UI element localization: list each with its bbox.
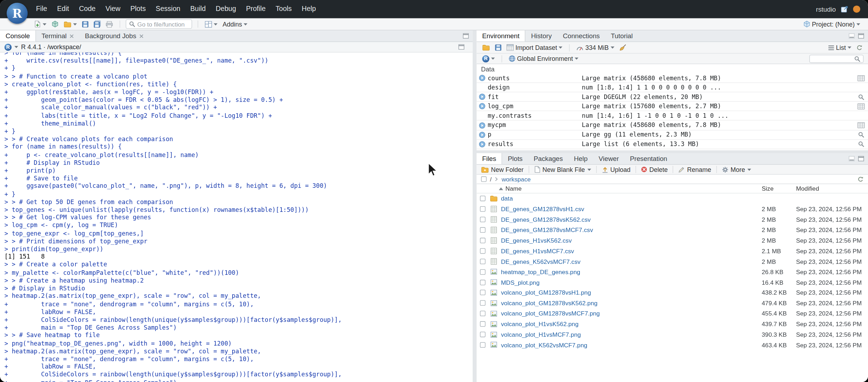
file-row-de-genes-gm12878vsk562-csv[interactable]: DE_genes_GM12878vsK562.csv2 MBSep 23, 20… [476,214,868,225]
close-tab-icon[interactable] [139,34,143,38]
file-row-de-genes-h1vsmcf7-csv[interactable]: DE_genes_H1vsMCF7.csv2.1 MBSep 23, 2024,… [476,246,868,256]
pane-splitter-horizontal[interactable] [476,150,868,153]
file-name-link[interactable]: DE_genes_H1vsK562.csv [501,237,762,244]
caret-down-icon[interactable] [15,46,18,48]
file-name-link[interactable]: volcano_plot_GM12878vsK562.png [501,300,762,307]
expand-object-icon[interactable] [479,103,486,110]
env-row-design[interactable]: designnum [1:8, 1:4] 1 1 0 0 0 0 0 0 0 0… [476,83,868,93]
file-checkbox[interactable] [480,206,486,212]
files-toolbar-new-folder[interactable]: New Folder [481,166,524,173]
file-row-mds-plot-png[interactable]: MDS_plot.png16.4 KBSep 23, 2024, 12:56 P… [476,277,868,288]
file-checkbox[interactable] [480,227,486,233]
breadcrumb-root[interactable]: / [490,176,492,183]
file-name-link[interactable]: heatmap_top_DE_genes.png [501,268,762,275]
open-file-button[interactable] [63,19,78,29]
file-row-volcano-plot-h1vsk562-png[interactable]: volcano_plot_H1vsK562.png439.7 KBSep 23,… [476,319,868,329]
expand-object-icon[interactable] [479,75,486,81]
console-tab-background-jobs[interactable]: Background Jobs [79,30,149,41]
open-in-browser-icon[interactable] [841,6,848,12]
refresh-files-icon[interactable] [857,176,863,182]
environment-tab-tutorial[interactable]: Tutorial [605,30,638,41]
goto-file-input[interactable] [137,21,189,28]
breadcrumb-workspace[interactable]: workspace [502,176,531,183]
files-tab-presentation[interactable]: Presentation [624,153,673,164]
new-file-button[interactable] [33,19,48,29]
file-name-link[interactable]: DE_genes_GM12878vsH1.csv [501,206,762,213]
list-view-button[interactable]: List [827,42,852,52]
env-row-mycpm[interactable]: mycpmLarge matrix (458680 elements, 7.8 … [476,121,868,130]
file-name-link[interactable]: volcano_plot_GM12878vsH1.png [501,289,762,296]
addins-button[interactable]: Addins [222,19,249,29]
file-row-volcano-plot-h1vsmcf7-png[interactable]: volcano_plot_H1vsMCF7.png390.3 KBSep 23,… [476,329,868,340]
file-row-volcano-plot-k562vsmcf7-png[interactable]: volcano_plot_K562vsMCF7.png463.4 KBSep 2… [476,340,868,350]
file-name-link[interactable]: volcano_plot_H1vsK562.png [501,321,762,328]
inspect-object-icon[interactable] [853,141,868,147]
new-project-button[interactable] [50,19,60,29]
environment-tab-history[interactable]: History [526,30,558,41]
expand-object-icon[interactable] [479,141,486,147]
env-row-my-contrasts[interactable]: my.contrastsnum [1:4, 1:6] 1 -1 0 0 1 0 … [476,111,868,121]
view-data-icon[interactable] [853,103,868,109]
file-name-link[interactable]: DE_genes_GM12878vsK562.csv [501,216,762,223]
project-menu-button[interactable]: Project: (None) [802,19,861,29]
column-header-name[interactable]: Name [499,185,762,192]
file-name-link[interactable]: data [501,195,762,202]
menu-item-plots[interactable]: Plots [125,0,151,18]
pane-splitter-vertical[interactable] [473,30,476,382]
file-row-volcano-plot-gm12878vsmcf7-png[interactable]: volcano_plot_GM12878vsMCF7.png455.4 KBSe… [476,308,868,319]
env-row-counts[interactable]: countsLarge matrix (458680 elements, 7.8… [476,74,868,83]
files-tab-viewer[interactable]: Viewer [593,153,624,164]
console-tab-console[interactable]: Console [0,30,36,41]
console-tab-terminal[interactable]: Terminal [36,30,80,41]
file-row-de-genes-h1vsk562-csv[interactable]: DE_genes_H1vsK562.csv2 MBSep 23, 2024, 1… [476,235,868,246]
file-checkbox[interactable] [480,217,486,222]
menu-item-build[interactable]: Build [185,0,211,18]
environment-search[interactable] [809,54,863,63]
files-toolbar-upload[interactable]: Upload [601,166,630,173]
environment-tab-environment[interactable]: Environment [476,30,525,41]
print-button[interactable] [105,19,114,29]
close-tab-icon[interactable] [70,34,74,38]
file-row-heatmap-top-de-genes-png[interactable]: heatmap_top_DE_genes.png26.8 KBSep 23, 2… [476,267,868,277]
minimize-pane-icon[interactable] [849,156,855,162]
file-row-de-genes-gm12878vsmcf7-csv[interactable]: DE_genes_GM12878vsMCF7.csv2 MBSep 23, 20… [476,225,868,236]
menu-item-view[interactable]: View [101,0,125,18]
goto-file-search[interactable] [126,19,192,29]
files-tab-help[interactable]: Help [569,153,593,164]
inspect-object-icon[interactable] [853,132,868,138]
clear-objects-button[interactable] [618,42,627,52]
menu-item-debug[interactable]: Debug [211,0,241,18]
user-avatar[interactable] [853,6,860,13]
file-checkbox[interactable] [480,332,486,337]
env-row-log-cpm[interactable]: log_cpmLarge matrix (157680 elements, 2.… [476,102,868,111]
files-toolbar-delete[interactable]: Delete [641,166,668,173]
expand-object-icon[interactable] [479,122,486,129]
file-row-volcano-plot-gm12878vsk562-png[interactable]: volcano_plot_GM12878vsK562.png479.4 KBSe… [476,298,868,308]
file-name-link[interactable]: MDS_plot.png [501,279,762,286]
files-tab-packages[interactable]: Packages [528,153,569,164]
file-checkbox[interactable] [480,196,486,202]
menu-item-edit[interactable]: Edit [52,0,74,18]
pane-layout-button[interactable] [204,19,218,29]
view-data-icon[interactable] [853,75,868,81]
file-name-link[interactable]: volcano_plot_K562vsMCF7.png [501,342,762,348]
expand-object-icon[interactable] [479,94,486,100]
environment-tab-connections[interactable]: Connections [557,30,605,41]
file-checkbox[interactable] [480,259,486,264]
files-toolbar-rename[interactable]: Rename [678,166,711,173]
load-workspace-button[interactable] [481,42,491,52]
save-all-button[interactable] [92,19,102,29]
file-row-de-genes-gm12878vsh1-csv[interactable]: DE_genes_GM12878vsH1.csv2 MBSep 23, 2024… [476,204,868,215]
environment-search-input[interactable] [813,55,852,62]
file-name-link[interactable]: DE_genes_GM12878vsMCF7.csv [501,227,762,233]
expand-object-icon[interactable] [479,131,486,138]
view-data-icon[interactable] [853,122,868,128]
files-toolbar-more[interactable]: More [722,166,751,173]
menu-item-help[interactable]: Help [297,0,321,18]
files-tab-plots[interactable]: Plots [502,153,528,164]
file-checkbox[interactable] [480,311,486,317]
file-row-volcano-plot-gm12878vsh1-png[interactable]: volcano_plot_GM12878vsH1.png438.2 KBSep … [476,288,868,298]
memory-usage-button[interactable]: 334 MiB [575,42,615,52]
console-window-icon[interactable] [458,44,464,50]
maximize-pane-icon[interactable] [463,33,469,39]
